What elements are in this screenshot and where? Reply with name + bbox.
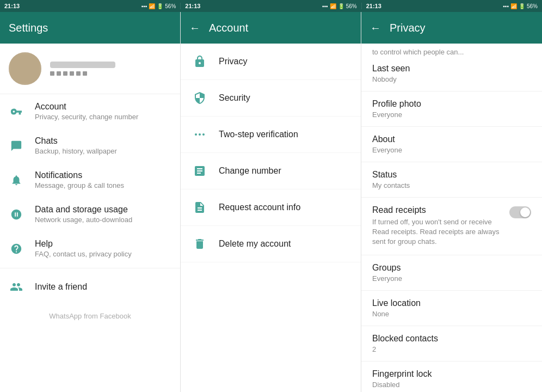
account-item-two-step[interactable]: Two-step verification (181, 117, 361, 153)
svg-point-1 (199, 133, 201, 136)
privacy-item-read-receipts[interactable]: Read receipts If turned off, you won't s… (361, 198, 542, 255)
lock-icon (192, 53, 208, 70)
privacy-item-blocked-contacts[interactable]: Blocked contacts 2 (361, 326, 542, 362)
data-icon (9, 207, 24, 222)
privacy-item-status[interactable]: Status My contacts (361, 162, 542, 198)
battery-mid-icon: 🔋 (338, 3, 344, 9)
notifications-title: Notifications (35, 170, 171, 180)
live-location-title: Live location (372, 298, 531, 308)
privacy-title: Privacy (390, 22, 426, 34)
settings-panel: Settings (0, 12, 181, 392)
profile-dots (50, 71, 171, 76)
key-icon (9, 104, 24, 119)
account-title: Account (35, 102, 171, 112)
fingerprint-lock-title: Fingerprint lock (372, 369, 531, 379)
chats-text: Chats Backup, history, wallpaper (35, 136, 171, 155)
settings-item-invite[interactable]: Invite a friend (0, 271, 180, 303)
last-seen-value: Nobody (372, 75, 531, 83)
account-item-security[interactable]: Security (181, 80, 361, 117)
account-back-button[interactable]: ← (189, 22, 200, 34)
account-item-delete[interactable]: Delete my account (181, 226, 361, 262)
request-info-label: Request account info (219, 203, 300, 212)
shield-icon (192, 90, 208, 106)
settings-item-account[interactable]: Account Privacy, security, change number (0, 94, 180, 128)
svg-point-0 (195, 133, 197, 136)
account-item-change-number[interactable]: Change number (181, 153, 361, 189)
panels-container: Settings (0, 12, 542, 392)
phone-icon (192, 163, 208, 179)
help-text: Help FAQ, contact us, privacy policy (35, 239, 171, 258)
privacy-item-fingerprint-lock[interactable]: Fingerprint lock Disabled (361, 362, 542, 392)
wifi-icon: 📶 (149, 3, 155, 9)
settings-item-help[interactable]: Help FAQ, contact us, privacy policy (0, 231, 180, 266)
profile-photo-value: Everyone (372, 111, 531, 119)
chats-title: Chats (35, 136, 171, 146)
privacy-content: to control which people can... Last seen… (361, 44, 542, 392)
profile-photo-title: Profile photo (372, 99, 531, 109)
status-bar-right: 21:13 ▪▪▪ 📶 🔋 56% (362, 3, 542, 9)
fingerprint-lock-value: Disabled (372, 381, 531, 389)
svg-point-2 (202, 133, 205, 136)
notifications-subtitle: Message, group & call tones (35, 181, 171, 189)
battery-pct-mid: 56% (346, 3, 357, 9)
icons-mid: ▪▪▪ 📶 🔋 56% (322, 3, 357, 9)
dots-icon (192, 126, 208, 143)
help-subtitle: FAQ, contact us, privacy policy (35, 250, 171, 258)
account-content: Privacy Security Two-step verification (181, 44, 361, 392)
account-title: Account (209, 22, 248, 34)
privacy-item-profile-photo[interactable]: Profile photo Everyone (361, 91, 542, 127)
status-title: Status (372, 170, 531, 180)
change-number-label: Change number (219, 166, 281, 176)
privacy-item-last-seen[interactable]: Last seen Nobody (361, 56, 542, 91)
privacy-label: Privacy (219, 57, 247, 66)
live-location-value: None (372, 310, 531, 318)
avatar-image (9, 52, 41, 85)
groups-value: Everyone (372, 274, 531, 283)
about-title: About (372, 134, 531, 144)
delete-label: Delete my account (219, 239, 291, 249)
account-text: Account Privacy, security, change number (35, 102, 171, 121)
read-receipts-text: Read receipts If turned off, you won't s… (372, 205, 501, 247)
account-item-request-info[interactable]: Request account info (181, 189, 361, 226)
settings-item-notifications[interactable]: Notifications Message, group & call tone… (0, 163, 180, 197)
settings-header: Settings (0, 12, 180, 44)
settings-item-data[interactable]: Data and storage usage Network usage, au… (0, 197, 180, 231)
two-step-label: Two-step verification (219, 130, 298, 139)
wifi-mid-icon: 📶 (330, 3, 336, 9)
settings-divider (0, 268, 180, 268)
battery-pct-right: 56% (527, 3, 538, 9)
battery-right-icon: 🔋 (519, 3, 525, 9)
battery-pct-left: 56% (165, 3, 176, 9)
about-value: Everyone (372, 146, 531, 154)
read-receipts-toggle[interactable] (509, 206, 531, 218)
privacy-item-groups[interactable]: Groups Everyone (361, 255, 542, 291)
invite-label: Invite a friend (35, 282, 87, 292)
groups-title: Groups (372, 263, 531, 273)
bell-icon (9, 173, 24, 188)
privacy-back-button[interactable]: ← (370, 22, 381, 34)
settings-item-chats[interactable]: Chats Backup, history, wallpaper (0, 128, 180, 163)
account-item-privacy[interactable]: Privacy (181, 44, 361, 80)
battery-icon: 🔋 (157, 3, 163, 9)
privacy-item-live-location[interactable]: Live location None (361, 291, 542, 326)
settings-content: Account Privacy, security, change number… (0, 44, 180, 392)
help-icon (9, 241, 24, 256)
last-seen-title: Last seen (372, 64, 531, 74)
signal-mid-icon: ▪▪▪ (322, 3, 328, 9)
avatar (9, 52, 41, 85)
status-value: My contacts (372, 181, 531, 189)
time-left: 21:13 (4, 3, 20, 9)
settings-title: Settings (9, 22, 48, 34)
invite-icon (9, 279, 24, 295)
account-panel: ← Account Privacy Security (181, 12, 361, 392)
privacy-item-about[interactable]: About Everyone (361, 127, 542, 162)
wifi-right-icon: 📶 (510, 3, 517, 9)
trash-icon (192, 236, 208, 252)
signal-right-icon: ▪▪▪ (503, 3, 509, 9)
account-subtitle: Privacy, security, change number (35, 113, 171, 121)
time-mid: 21:13 (185, 3, 200, 9)
security-label: Security (219, 93, 250, 103)
status-bar: 21:13 ▪▪▪ 📶 🔋 56% 21:13 ▪▪▪ 📶 🔋 56% 21:1… (0, 0, 542, 12)
profile-section[interactable] (0, 44, 180, 94)
blocked-contacts-value: 2 (372, 345, 531, 353)
